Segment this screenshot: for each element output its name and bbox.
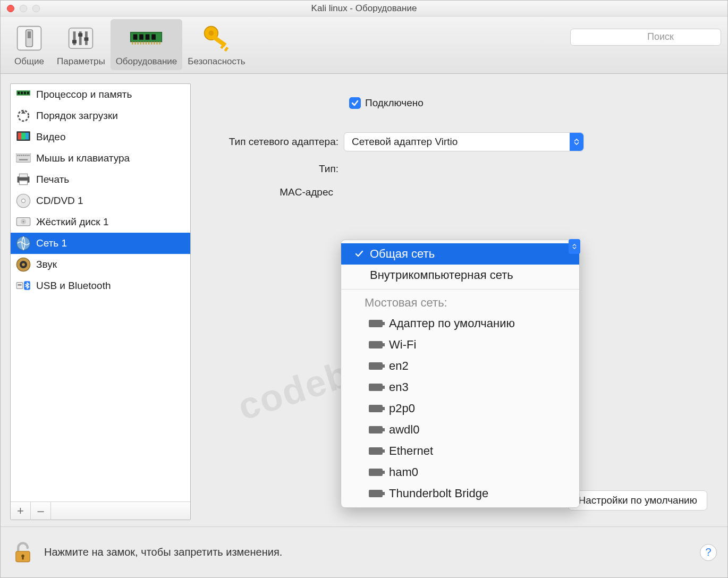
svg-rect-49 — [19, 159, 28, 160]
svg-rect-18 — [140, 41, 142, 44]
tab-label: Общие — [14, 56, 44, 67]
sliders-icon — [64, 21, 98, 55]
svg-rect-15 — [132, 41, 134, 44]
network-adapter-icon — [369, 384, 383, 391]
svg-rect-23 — [154, 41, 156, 44]
svg-rect-35 — [27, 92, 29, 95]
dropdown-item-bridged[interactable]: Адаптер по умолчанию — [341, 313, 579, 334]
dropdown-section-header: Мостовая сеть: — [341, 293, 579, 313]
hardware-sidebar: Процессор и память Порядок загрузки Виде… — [10, 83, 191, 520]
tab-label: Безопасность — [188, 56, 245, 67]
network-adapter-icon — [369, 362, 383, 370]
sidebar-item-label: Сеть 1 — [36, 237, 67, 249]
sidebar-item-network[interactable]: Сеть 1 — [11, 233, 190, 254]
tab-general[interactable]: Общие — [7, 19, 52, 70]
keyboard-icon — [16, 152, 31, 165]
type-label: Тип: — [204, 163, 344, 175]
sidebar-item-label: Видео — [36, 131, 66, 143]
adapter-type-value: Сетевой адаптер Virtio — [352, 136, 458, 148]
connected-checkbox[interactable] — [349, 97, 361, 109]
sidebar-item-boot-order[interactable]: Порядок загрузки — [11, 105, 190, 126]
key-icon — [199, 21, 233, 55]
check-icon — [354, 250, 365, 258]
window-title: Kali linux - Оборудование — [1, 3, 727, 14]
dropdown-item-label: p2p0 — [389, 402, 415, 415]
tab-hardware[interactable]: Оборудование — [111, 19, 183, 70]
ram-icon — [16, 88, 31, 101]
sidebar-item-mouse-keyboard[interactable]: Мышь и клавиатура — [11, 148, 190, 169]
svg-rect-7 — [72, 40, 77, 43]
chevron-updown-icon — [570, 133, 583, 151]
sidebar-footer: + – — [11, 502, 190, 520]
search-input[interactable] — [570, 29, 721, 46]
svg-rect-40 — [21, 133, 26, 140]
dropdown-item-shared[interactable]: Общая сеть — [341, 243, 579, 265]
tab-security[interactable]: Безопасность — [182, 19, 250, 70]
connected-label: Подключено — [365, 97, 424, 109]
dropdown-item-bridged[interactable]: ham0 — [341, 462, 579, 483]
sidebar-item-cddvd[interactable]: CD/DVD 1 — [11, 190, 190, 211]
adapter-type-select[interactable]: Сетевой адаптер Virtio — [344, 132, 584, 151]
dropdown-item-bridged[interactable]: en3 — [341, 377, 579, 398]
tab-options[interactable]: Параметры — [52, 19, 111, 70]
sidebar-item-label: Звук — [36, 259, 57, 270]
dropdown-item-bridged[interactable]: p2p0 — [341, 398, 579, 419]
dropdown-item-label: Thunderbolt Bridge — [389, 487, 488, 500]
remove-device-button[interactable]: – — [31, 502, 51, 520]
network-adapter-icon — [369, 320, 383, 327]
dropdown-item-hostonly[interactable]: Внутрикомпьютерная сеть — [341, 265, 579, 286]
lock-text: Нажмите на замок, чтобы запретить измене… — [44, 546, 690, 558]
dropdown-item-label: Ethernet — [389, 444, 433, 458]
dropdown-item-label: Общая сеть — [370, 247, 435, 261]
sidebar-item-cpu-memory[interactable]: Процессор и память — [11, 84, 190, 105]
toolbar: Общие Параметры Оборудование Безопасност… — [1, 16, 727, 74]
svg-rect-11 — [133, 34, 138, 39]
add-device-button[interactable]: + — [11, 502, 31, 520]
sidebar-item-print[interactable]: Печать — [11, 169, 190, 190]
svg-point-61 — [22, 263, 25, 266]
help-button[interactable]: ? — [700, 544, 717, 561]
svg-rect-2 — [28, 31, 31, 38]
defaults-button[interactable]: Настройки по умолчанию — [568, 490, 707, 511]
svg-rect-68 — [22, 556, 23, 559]
adapter-type-label: Тип сетевого адаптера: — [204, 136, 344, 148]
sidebar-item-label: Мышь и клавиатура — [36, 152, 130, 164]
network-adapter-icon — [369, 490, 383, 497]
dropdown-item-label: en3 — [389, 380, 409, 394]
display-icon — [16, 131, 31, 143]
titlebar: Kali linux - Оборудование — [1, 1, 727, 16]
usb-bluetooth-icon — [16, 279, 31, 292]
svg-rect-13 — [146, 34, 150, 39]
svg-rect-39 — [18, 133, 21, 140]
network-adapter-icon — [369, 341, 383, 348]
sidebar-item-video[interactable]: Видео — [11, 126, 190, 148]
svg-rect-19 — [143, 41, 145, 44]
sidebar-item-label: USB и Bluetooth — [36, 280, 111, 292]
tab-label: Оборудование — [116, 56, 177, 67]
hdd-icon — [16, 216, 31, 228]
sidebar-item-label: Процессор и память — [36, 89, 132, 100]
dropdown-item-label: en2 — [389, 359, 409, 373]
speaker-icon — [16, 258, 31, 271]
network-adapter-icon — [369, 405, 383, 412]
svg-rect-25 — [159, 41, 161, 44]
sidebar-item-hdd[interactable]: Жёсткий диск 1 — [11, 211, 190, 233]
svg-rect-44 — [21, 155, 22, 156]
dropdown-item-bridged[interactable]: en2 — [341, 355, 579, 377]
unlocked-lock-icon[interactable] — [11, 541, 35, 564]
svg-rect-34 — [24, 92, 26, 95]
sidebar-item-usb-bluetooth[interactable]: USB и Bluetooth — [11, 275, 190, 296]
network-type-dropdown[interactable]: Общая сеть Внутрикомпьютерная сеть Мосто… — [341, 240, 580, 508]
globe-icon — [16, 237, 31, 250]
dropdown-item-bridged[interactable]: Thunderbolt Bridge — [341, 483, 579, 504]
dropdown-item-bridged[interactable]: Wi-Fi — [341, 334, 579, 355]
dropdown-item-label: ham0 — [389, 465, 418, 479]
svg-rect-33 — [21, 92, 22, 95]
chevron-updown-icon — [569, 239, 580, 254]
content-area: codeby.net Процессор и память Порядок за… — [1, 74, 727, 526]
dropdown-item-bridged[interactable]: Ethernet — [341, 440, 579, 462]
sidebar-item-sound[interactable]: Звук — [11, 254, 190, 275]
svg-rect-16 — [135, 41, 137, 44]
svg-rect-63 — [18, 284, 22, 285]
dropdown-item-bridged[interactable]: awdl0 — [341, 419, 579, 440]
